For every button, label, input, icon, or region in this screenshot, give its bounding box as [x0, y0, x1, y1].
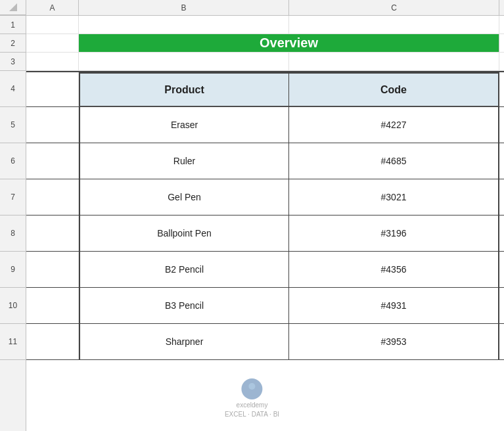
cell-5a: [26, 107, 79, 143]
cell-1c: [289, 16, 499, 34]
cell-8b: Ballpoint Pen: [79, 216, 289, 251]
row-num-7: 7: [0, 179, 26, 216]
cell-7b: Gel Pen: [79, 179, 289, 215]
cell-3b: [79, 53, 289, 70]
table-row-4: B2 Pencil #4356: [26, 252, 504, 288]
row-num-10: 10: [0, 288, 26, 324]
cell-10c: #4931: [289, 288, 499, 323]
table-header-product: Product: [79, 72, 289, 106]
table-row-2: Gel Pen #3021: [26, 179, 504, 216]
row-num-3: 3: [0, 53, 26, 71]
table-row-0: Eraser #4227: [26, 107, 504, 143]
column-headers: A B C: [0, 0, 504, 16]
corner-cell: [0, 0, 26, 15]
watermark-logo: [242, 378, 263, 399]
row-1: [26, 16, 504, 34]
cell-3a: [26, 53, 79, 70]
cell-5c: #4227: [289, 107, 499, 143]
table-header-row: Product Code: [26, 71, 504, 107]
row-num-1: 1: [0, 16, 26, 34]
svg-point-1: [249, 383, 256, 390]
watermark-tagline: EXCEL · DATA · BI: [225, 411, 279, 418]
col-header-c: C: [289, 0, 499, 15]
svg-point-2: [247, 390, 258, 396]
row-num-2: 2: [0, 34, 26, 53]
col-header-a: A: [26, 0, 79, 15]
cell-7c: #3021: [289, 179, 499, 215]
row-2: Overview: [26, 34, 504, 53]
spreadsheet: A B C 1 2 3 4 5 6 7 8 9 10 11: [0, 0, 504, 431]
sheet-body: 1 2 3 4 5 6 7 8 9 10 11 Overview: [0, 16, 504, 431]
col-header-b: B: [79, 0, 289, 15]
cell-6a: [26, 143, 79, 179]
cell-8c: #3196: [289, 216, 499, 251]
cell-9a: [26, 252, 79, 287]
cell-6c: #4685: [289, 143, 499, 179]
table-row-3: Ballpoint Pen #3196: [26, 216, 504, 252]
table-header-code: Code: [289, 72, 499, 106]
row-num-11: 11: [0, 324, 26, 360]
cell-7a: [26, 179, 79, 215]
cell-10a: [26, 288, 79, 323]
svg-marker-0: [9, 3, 17, 11]
watermark-site: exceldemy: [237, 401, 268, 409]
cell-8a: [26, 216, 79, 251]
cell-9c: #4356: [289, 252, 499, 287]
cell-10b: B3 Pencil: [79, 288, 289, 323]
cell-11c: #3953: [289, 324, 499, 359]
cell-4a: [26, 72, 79, 106]
cell-5b: Eraser: [79, 107, 289, 143]
watermark: exceldemy EXCEL · DATA · BI: [225, 378, 279, 418]
cell-1a: [26, 16, 79, 34]
row-num-6: 6: [0, 143, 26, 179]
grid-area: Overview Product Code Eraser #4227: [26, 16, 504, 431]
table-row-6: Sharpner #3953: [26, 324, 504, 360]
cell-11a: [26, 324, 79, 359]
row-numbers: 1 2 3 4 5 6 7 8 9 10 11: [0, 16, 26, 431]
row-num-5: 5: [0, 107, 26, 143]
table-row-5: B3 Pencil #4931: [26, 288, 504, 324]
row-num-9: 9: [0, 252, 26, 288]
cell-3c: [289, 53, 499, 70]
row-num-4: 4: [0, 71, 26, 107]
cell-2a: [26, 34, 79, 52]
row-num-8: 8: [0, 216, 26, 252]
overview-header: Overview: [79, 34, 499, 52]
cell-1b: [79, 16, 289, 34]
cell-11b: Sharpner: [79, 324, 289, 359]
cell-9b: B2 Pencil: [79, 252, 289, 287]
row-3: [26, 53, 504, 71]
table-row-1: Ruler #4685: [26, 143, 504, 179]
cell-6b: Ruler: [79, 143, 289, 179]
